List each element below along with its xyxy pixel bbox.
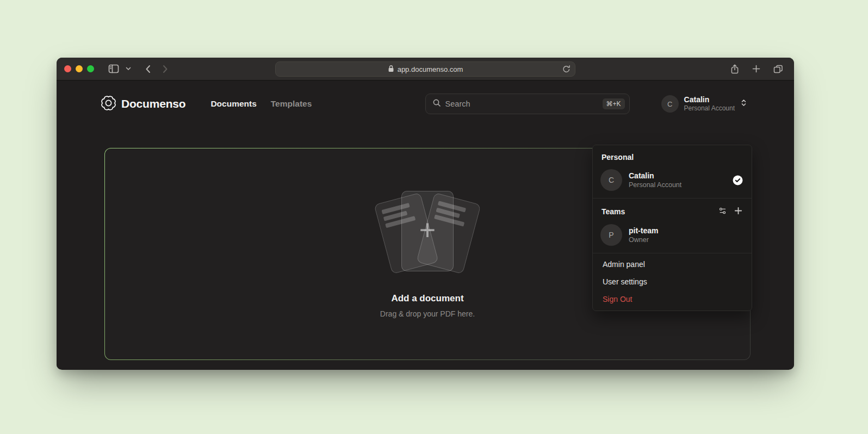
add-team-button[interactable] bbox=[733, 206, 743, 218]
team-role: Owner bbox=[629, 235, 743, 244]
menu-divider bbox=[593, 253, 752, 253]
team-name: pit-team bbox=[629, 226, 743, 235]
menu-item-user-settings[interactable]: User settings bbox=[593, 273, 752, 290]
back-button[interactable] bbox=[142, 61, 154, 77]
menu-divider bbox=[593, 198, 752, 199]
account-type: Personal Account bbox=[684, 104, 735, 113]
share-button[interactable] bbox=[727, 61, 742, 77]
teams-section-header: Teams bbox=[593, 201, 752, 220]
personal-account-subtitle: Personal Account bbox=[629, 181, 726, 189]
search-icon bbox=[432, 98, 441, 109]
app-content: Documenso Documents Templates ⌘+K C Cata… bbox=[57, 80, 794, 369]
toolbar-right-actions bbox=[727, 61, 786, 77]
chevron-down-icon bbox=[126, 67, 131, 71]
personal-account-avatar: C bbox=[600, 169, 622, 191]
minimize-window-button[interactable] bbox=[76, 65, 83, 72]
team-item-pit-team[interactable]: P pit-team Owner bbox=[593, 220, 752, 251]
reload-button[interactable] bbox=[562, 65, 571, 76]
nav-documents[interactable]: Documents bbox=[210, 99, 256, 109]
url-text: app.documenso.com bbox=[398, 65, 463, 73]
chevron-right-icon bbox=[163, 65, 168, 73]
sliders-icon bbox=[718, 207, 727, 216]
personal-account-item[interactable]: C Catalin Personal Account bbox=[593, 165, 752, 196]
menu-item-sign-out[interactable]: Sign Out bbox=[593, 290, 752, 308]
browser-window: app.documenso.com bbox=[57, 58, 794, 370]
close-window-button[interactable] bbox=[64, 65, 71, 72]
nav-templates[interactable]: Templates bbox=[271, 99, 312, 109]
account-avatar: C bbox=[661, 95, 679, 113]
lock-icon bbox=[388, 65, 394, 74]
zoom-window-button[interactable] bbox=[87, 65, 94, 72]
new-tab-button[interactable] bbox=[749, 61, 764, 77]
menu-item-admin-panel[interactable]: Admin panel bbox=[593, 256, 752, 273]
forward-button[interactable] bbox=[159, 61, 171, 77]
dropzone-title: Add a document bbox=[391, 293, 463, 304]
teams-section-label: Teams bbox=[602, 207, 712, 216]
sidebar-toggle-button[interactable] bbox=[105, 61, 122, 77]
browser-toolbar: app.documenso.com bbox=[57, 58, 794, 80]
window-controls bbox=[64, 65, 94, 72]
sidebar-dropdown-button[interactable] bbox=[122, 61, 134, 77]
team-avatar: P bbox=[600, 224, 622, 246]
account-dropdown-menu: Personal C Catalin Personal Account Team… bbox=[592, 145, 752, 311]
personal-section-label: Personal bbox=[593, 148, 752, 165]
plus-icon bbox=[734, 207, 742, 216]
plus-icon bbox=[752, 65, 760, 73]
manage-teams-button[interactable] bbox=[717, 206, 728, 218]
documenso-logo-icon bbox=[101, 96, 116, 113]
tab-overview-icon bbox=[773, 65, 783, 73]
plus-icon: + bbox=[419, 216, 436, 244]
brand-name: Documenso bbox=[121, 97, 185, 110]
tab-overview-button[interactable] bbox=[770, 61, 786, 77]
account-name: Catalin bbox=[684, 95, 735, 105]
search-bar[interactable]: ⌘+K bbox=[425, 94, 630, 114]
search-input[interactable] bbox=[445, 100, 598, 108]
chevrons-up-down-icon bbox=[740, 98, 747, 109]
dropzone-subtitle: Drag & drop your PDF here. bbox=[380, 309, 475, 318]
account-menu-trigger[interactable]: C Catalin Personal Account bbox=[661, 95, 747, 113]
address-bar[interactable]: app.documenso.com bbox=[275, 61, 575, 77]
brand-home-link[interactable]: Documenso bbox=[101, 96, 185, 113]
sidebar-icon bbox=[108, 64, 119, 73]
selected-check-icon bbox=[733, 175, 743, 185]
primary-nav: Documents Templates bbox=[210, 99, 312, 109]
search-shortcut-badge: ⌘+K bbox=[603, 98, 625, 109]
personal-account-name: Catalin bbox=[629, 171, 726, 181]
app-header: Documenso Documents Templates ⌘+K C Cata… bbox=[57, 80, 794, 127]
share-icon bbox=[730, 64, 739, 74]
document-card-add: + bbox=[401, 191, 454, 271]
add-document-illustration: + bbox=[365, 190, 490, 281]
chevron-left-icon bbox=[145, 65, 151, 73]
